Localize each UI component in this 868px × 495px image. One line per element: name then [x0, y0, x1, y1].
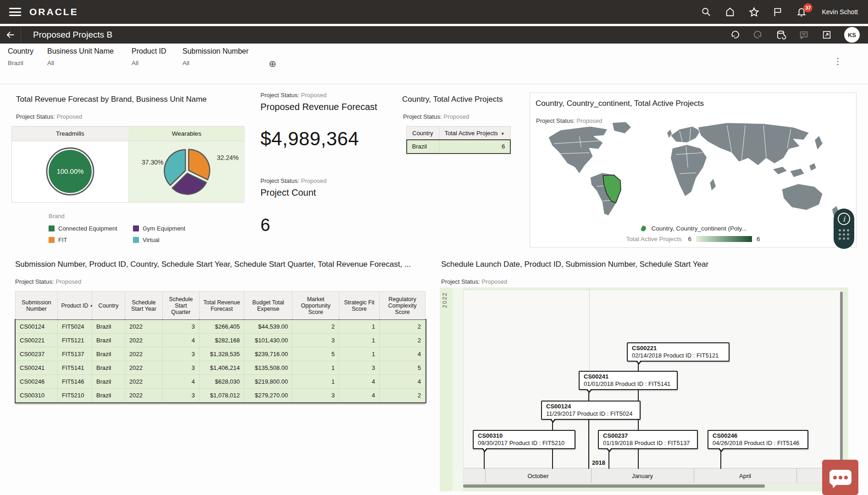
column-header-sorted[interactable]: Product ID▲	[58, 292, 92, 320]
event-callout[interactable]: CS00310 09/30/2017 Product ID : FIT5210	[473, 430, 575, 449]
table-cell: 1	[339, 320, 380, 334]
table-cell: CS00246	[16, 375, 58, 389]
event-callout[interactable]: CS00221 02/14/2018 Product ID : FIT5121	[627, 342, 730, 362]
table-row[interactable]: CS00124FIT5024Brazil20223$266,405$44,539…	[16, 320, 426, 334]
table-cell: 2	[380, 320, 426, 334]
chat-bubble-icon	[829, 470, 851, 485]
legend-item-fit[interactable]: FIT	[49, 236, 133, 243]
table-cell: CS00221	[16, 334, 58, 347]
event-callout[interactable]: CS00241 01/01/2018 Product ID : FIT5141	[579, 371, 678, 390]
column-header[interactable]: Schedule Start Quarter	[163, 292, 199, 320]
column-header[interactable]: Regulatory Complexity Score	[380, 292, 426, 320]
chat-assistant-button[interactable]	[822, 460, 858, 495]
map-layer-label[interactable]: Country, Country_continent (Poly...	[651, 225, 746, 232]
timeline-horizontal-scrollbar[interactable]	[463, 484, 765, 488]
column-header[interactable]: Schedule Start Year	[125, 292, 163, 320]
legend-item-virtual[interactable]: Virtual	[133, 236, 217, 243]
table-cell: FIT5210	[58, 389, 92, 402]
table-row[interactable]: CS00246FIT5146Brazil20224$628,030$219,80…	[16, 375, 426, 389]
add-filter-icon[interactable]: ⊕	[269, 59, 278, 68]
info-icon[interactable]: i	[838, 213, 850, 225]
redo-icon[interactable]	[752, 29, 763, 40]
present-export-icon[interactable]	[821, 29, 832, 40]
back-button[interactable]	[0, 26, 21, 44]
kpi-project-count[interactable]: Project Status:Proposed Project Count 6	[260, 177, 398, 235]
table-row[interactable]: CS00237FIT5137Brazil20223$1,328,535$239,…	[16, 347, 426, 361]
project-status: Project Status:Proposed	[16, 113, 246, 120]
table-cell: $239,716.00	[244, 347, 293, 361]
home-icon[interactable]	[724, 6, 735, 17]
table-cell: 3	[163, 347, 199, 361]
canvas-menu-kebab-icon[interactable]: ⋮	[834, 57, 842, 66]
table-cell: CS00241	[16, 361, 58, 375]
user-avatar[interactable]: KS	[844, 27, 860, 43]
user-name[interactable]: Kevin Schott	[822, 8, 858, 16]
kpi-value: $4,989,364	[260, 128, 398, 150]
column-header-total-active-projects[interactable]: Total Active Projects▼	[439, 126, 510, 140]
flag-icon[interactable]	[772, 6, 783, 17]
panel-treadmills[interactable]: Treadmills 100.00%	[12, 126, 128, 202]
favorites-star-icon[interactable]	[748, 6, 759, 17]
table-cell: 4	[339, 389, 380, 402]
axis-month-label: October	[485, 468, 591, 483]
legend-swatch	[133, 226, 139, 231]
column-header[interactable]: Market Opportunity Score	[293, 292, 339, 320]
timeline-vertical-scrollbar[interactable]	[840, 292, 843, 467]
table-cell: 4	[380, 375, 426, 389]
table-cell: Brazil	[92, 334, 125, 347]
legend-item-connected-equipment[interactable]: Connected Equipment	[49, 225, 133, 232]
table-row[interactable]: CS00310FIT5210Brazil20223$1,078,012$279,…	[16, 389, 426, 402]
event-callout[interactable]: CS00237 01/19/2018 Product ID : FIT5137	[598, 430, 698, 449]
legend-item-gym-equipment[interactable]: Gym Equipment	[133, 225, 217, 232]
event-callout[interactable]: CS00124 11/29/2017 Product ID : FIT5024	[541, 401, 641, 420]
filter-submission-number[interactable]: Submission Number All	[182, 47, 249, 66]
column-header[interactable]: Submission Number	[16, 292, 58, 320]
undo-icon[interactable]	[730, 29, 741, 40]
pie-chart-treadmills[interactable]: 100.00%	[12, 141, 128, 202]
filter-product-id[interactable]: Product ID All	[132, 47, 166, 66]
map-measure-label: Total Active Projects	[626, 236, 682, 242]
menu-icon[interactable]	[9, 8, 21, 16]
column-header[interactable]: Strategic Fit Score	[339, 292, 380, 320]
table-row[interactable]: Brazil 6	[407, 140, 511, 154]
notifications-bell-icon[interactable]: 37	[796, 6, 807, 17]
table-cell: $1,406,214	[199, 361, 244, 375]
timeline-frame: 2022 CS00221 02/14/2018 Product ID : FIT…	[440, 287, 848, 491]
legend-swatch	[49, 237, 55, 243]
timeline-plot[interactable]: CS00221 02/14/2018 Product ID : FIT5121 …	[463, 290, 844, 483]
comments-icon[interactable]	[798, 29, 809, 40]
refresh-data-icon[interactable]	[775, 29, 786, 40]
legend-max: 6	[757, 236, 760, 242]
table-horizontal-scrollbar[interactable]	[15, 403, 425, 405]
table-cell: FIT5121	[58, 334, 92, 347]
table-cell: 2	[380, 389, 426, 402]
world-map[interactable]	[536, 120, 850, 226]
event-callout[interactable]: CS00246 04/26/2018 Product ID : FIT5146	[708, 430, 808, 449]
table-cell: 1	[293, 375, 339, 389]
column-header[interactable]: Total Revenue Forecast	[199, 292, 244, 320]
filter-country[interactable]: Country Brazil	[8, 47, 33, 66]
notification-count-badge: 37	[803, 3, 813, 12]
grid-dots-icon[interactable]	[839, 229, 849, 240]
search-icon[interactable]	[701, 6, 712, 17]
pie-chart-wearables[interactable]	[129, 141, 245, 202]
table-cell: 4	[163, 334, 199, 347]
table-cell: 1	[339, 347, 380, 361]
table-cell: 2	[380, 334, 426, 347]
page-title: Proposed Projects B	[33, 30, 112, 40]
kpi-revenue-forecast[interactable]: Project Status:Proposed Proposed Revenue…	[260, 92, 398, 150]
detail-table-header-row: Submission Number Product ID▲ Country Sc…	[16, 292, 426, 320]
map-tools-pill[interactable]: i	[834, 209, 854, 249]
table-row[interactable]: CS00241FIT5141Brazil20223$1,406,214$135,…	[16, 361, 426, 375]
table-cell: FIT5141	[58, 361, 92, 375]
project-status: Project Status:Proposed	[403, 113, 521, 120]
filter-business-unit[interactable]: Business Unit Name All	[47, 47, 114, 66]
column-header-country[interactable]: Country	[407, 126, 439, 140]
table-cell: 4	[163, 375, 199, 389]
column-header[interactable]: Budget Total Expense	[244, 292, 293, 320]
table-row[interactable]: CS00221FIT5121Brazil20224$282,168$101,43…	[16, 334, 426, 347]
panel-wearables[interactable]: Wearables 37.30% 32.24%	[128, 126, 245, 202]
column-header[interactable]: Country	[92, 292, 125, 320]
table-cell: 2	[293, 320, 339, 334]
viz-country-table: Country, Total Active Projects Project S…	[402, 95, 521, 154]
